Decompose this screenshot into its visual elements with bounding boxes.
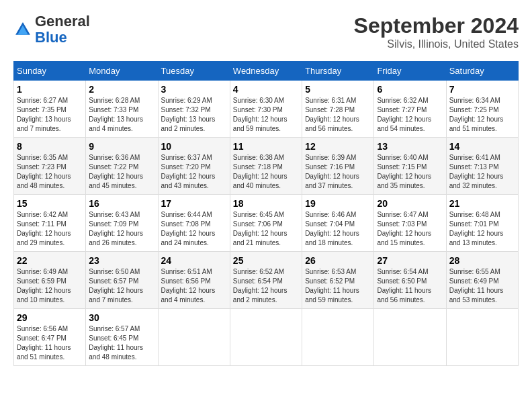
calendar-cell: 29Sunrise: 6:56 AMSunset: 6:47 PMDayligh… [14, 309, 86, 366]
calendar-cell: 23Sunrise: 6:50 AMSunset: 6:57 PMDayligh… [86, 252, 158, 309]
day-number: 25 [233, 255, 299, 266]
day-number: 3 [161, 84, 227, 95]
day-number: 10 [161, 141, 227, 152]
day-number: 11 [233, 141, 299, 152]
day-number: 20 [377, 198, 443, 209]
calendar-cell: 1Sunrise: 6:27 AMSunset: 7:35 PMDaylight… [14, 81, 86, 138]
day-detail: Sunrise: 6:54 AMSunset: 6:50 PMDaylight:… [377, 267, 443, 305]
calendar-cell [230, 309, 302, 366]
day-detail: Sunrise: 6:44 AMSunset: 7:08 PMDaylight:… [161, 210, 227, 248]
day-detail: Sunrise: 6:48 AMSunset: 7:01 PMDaylight:… [449, 210, 515, 248]
day-detail: Sunrise: 6:49 AMSunset: 6:59 PMDaylight:… [17, 267, 83, 305]
day-number: 14 [449, 141, 515, 152]
day-number: 12 [305, 141, 371, 152]
calendar-cell: 17Sunrise: 6:44 AMSunset: 7:08 PMDayligh… [158, 195, 230, 252]
calendar-cell: 19Sunrise: 6:46 AMSunset: 7:04 PMDayligh… [302, 195, 374, 252]
day-number: 1 [17, 84, 83, 95]
day-detail: Sunrise: 6:40 AMSunset: 7:15 PMDaylight:… [377, 153, 443, 191]
day-detail: Sunrise: 6:39 AMSunset: 7:16 PMDaylight:… [305, 153, 371, 191]
day-detail: Sunrise: 6:28 AMSunset: 7:33 PMDaylight:… [89, 96, 154, 134]
day-number: 18 [233, 198, 299, 209]
calendar-cell: 2Sunrise: 6:28 AMSunset: 7:33 PMDaylight… [86, 81, 158, 138]
day-number: 23 [89, 255, 154, 266]
calendar-subtitle: Silvis, Illinois, United States [354, 38, 519, 50]
day-detail: Sunrise: 6:38 AMSunset: 7:18 PMDaylight:… [233, 153, 299, 191]
day-detail: Sunrise: 6:51 AMSunset: 6:56 PMDaylight:… [161, 267, 227, 305]
day-detail: Sunrise: 6:29 AMSunset: 7:32 PMDaylight:… [161, 96, 227, 134]
header-sunday: Sunday [14, 62, 86, 81]
header-tuesday: Tuesday [158, 62, 230, 81]
calendar-cell: 25Sunrise: 6:52 AMSunset: 6:54 PMDayligh… [230, 252, 302, 309]
day-detail: Sunrise: 6:45 AMSunset: 7:06 PMDaylight:… [233, 210, 299, 248]
calendar-cell: 24Sunrise: 6:51 AMSunset: 6:56 PMDayligh… [158, 252, 230, 309]
day-detail: Sunrise: 6:32 AMSunset: 7:27 PMDaylight:… [377, 96, 443, 134]
day-detail: Sunrise: 6:57 AMSunset: 6:45 PMDaylight:… [89, 324, 154, 362]
calendar-cell [446, 309, 518, 366]
day-number: 27 [377, 255, 443, 266]
logo-general-text: General [35, 13, 90, 30]
calendar-header-row: SundayMondayTuesdayWednesdayThursdayFrid… [14, 62, 519, 81]
calendar-week-row: 8Sunrise: 6:35 AMSunset: 7:23 PMDaylight… [14, 138, 519, 195]
calendar-cell: 10Sunrise: 6:37 AMSunset: 7:20 PMDayligh… [158, 138, 230, 195]
day-number: 6 [377, 84, 443, 95]
calendar-cell [374, 309, 446, 366]
day-number: 8 [17, 141, 83, 152]
day-number: 16 [89, 198, 154, 209]
calendar-cell: 15Sunrise: 6:42 AMSunset: 7:11 PMDayligh… [14, 195, 86, 252]
day-number: 5 [305, 84, 371, 95]
calendar-cell: 27Sunrise: 6:54 AMSunset: 6:50 PMDayligh… [374, 252, 446, 309]
header-wednesday: Wednesday [230, 62, 302, 81]
header-thursday: Thursday [302, 62, 374, 81]
day-detail: Sunrise: 6:55 AMSunset: 6:49 PMDaylight:… [449, 267, 515, 305]
calendar-cell: 18Sunrise: 6:45 AMSunset: 7:06 PMDayligh… [230, 195, 302, 252]
calendar-cell: 12Sunrise: 6:39 AMSunset: 7:16 PMDayligh… [302, 138, 374, 195]
calendar-week-row: 15Sunrise: 6:42 AMSunset: 7:11 PMDayligh… [14, 195, 519, 252]
logo-blue-text: Blue [35, 29, 67, 46]
calendar-cell: 9Sunrise: 6:36 AMSunset: 7:22 PMDaylight… [86, 138, 158, 195]
day-number: 17 [161, 198, 227, 209]
day-number: 28 [449, 255, 515, 266]
day-number: 15 [17, 198, 83, 209]
calendar-week-row: 29Sunrise: 6:56 AMSunset: 6:47 PMDayligh… [14, 309, 519, 366]
day-number: 21 [449, 198, 515, 209]
day-number: 4 [233, 84, 299, 95]
calendar-cell: 26Sunrise: 6:53 AMSunset: 6:52 PMDayligh… [302, 252, 374, 309]
day-detail: Sunrise: 6:42 AMSunset: 7:11 PMDaylight:… [17, 210, 83, 248]
calendar-cell: 30Sunrise: 6:57 AMSunset: 6:45 PMDayligh… [86, 309, 158, 366]
calendar-cell: 21Sunrise: 6:48 AMSunset: 7:01 PMDayligh… [446, 195, 518, 252]
calendar-cell: 28Sunrise: 6:55 AMSunset: 6:49 PMDayligh… [446, 252, 518, 309]
day-number: 26 [305, 255, 371, 266]
calendar-cell: 4Sunrise: 6:30 AMSunset: 7:30 PMDaylight… [230, 81, 302, 138]
day-detail: Sunrise: 6:47 AMSunset: 7:03 PMDaylight:… [377, 210, 443, 248]
day-detail: Sunrise: 6:52 AMSunset: 6:54 PMDaylight:… [233, 267, 299, 305]
day-number: 9 [89, 141, 154, 152]
day-detail: Sunrise: 6:36 AMSunset: 7:22 PMDaylight:… [89, 153, 154, 191]
day-detail: Sunrise: 6:43 AMSunset: 7:09 PMDaylight:… [89, 210, 154, 248]
calendar-cell: 5Sunrise: 6:31 AMSunset: 7:28 PMDaylight… [302, 81, 374, 138]
day-number: 24 [161, 255, 227, 266]
day-detail: Sunrise: 6:50 AMSunset: 6:57 PMDaylight:… [89, 267, 154, 305]
day-detail: Sunrise: 6:37 AMSunset: 7:20 PMDaylight:… [161, 153, 227, 191]
calendar-cell: 22Sunrise: 6:49 AMSunset: 6:59 PMDayligh… [14, 252, 86, 309]
day-detail: Sunrise: 6:46 AMSunset: 7:04 PMDaylight:… [305, 210, 371, 248]
calendar-title: September 2024 [354, 13, 519, 38]
logo: General Blue [13, 13, 90, 46]
calendar-cell: 13Sunrise: 6:40 AMSunset: 7:15 PMDayligh… [374, 138, 446, 195]
day-number: 2 [89, 84, 154, 95]
calendar-cell: 3Sunrise: 6:29 AMSunset: 7:32 PMDaylight… [158, 81, 230, 138]
day-detail: Sunrise: 6:35 AMSunset: 7:23 PMDaylight:… [17, 153, 83, 191]
calendar-week-row: 1Sunrise: 6:27 AMSunset: 7:35 PMDaylight… [14, 81, 519, 138]
day-number: 13 [377, 141, 443, 152]
day-detail: Sunrise: 6:27 AMSunset: 7:35 PMDaylight:… [17, 96, 83, 134]
header-monday: Monday [86, 62, 158, 81]
calendar-cell [302, 309, 374, 366]
calendar-cell: 6Sunrise: 6:32 AMSunset: 7:27 PMDaylight… [374, 81, 446, 138]
title-block: September 2024 Silvis, Illinois, United … [354, 13, 519, 50]
calendar-cell: 7Sunrise: 6:34 AMSunset: 7:25 PMDaylight… [446, 81, 518, 138]
page-header: General Blue September 2024 Silvis, Illi… [13, 13, 519, 50]
day-detail: Sunrise: 6:30 AMSunset: 7:30 PMDaylight:… [233, 96, 299, 134]
calendar-cell: 11Sunrise: 6:38 AMSunset: 7:18 PMDayligh… [230, 138, 302, 195]
day-number: 19 [305, 198, 371, 209]
calendar-cell: 16Sunrise: 6:43 AMSunset: 7:09 PMDayligh… [86, 195, 158, 252]
header-saturday: Saturday [446, 62, 518, 81]
